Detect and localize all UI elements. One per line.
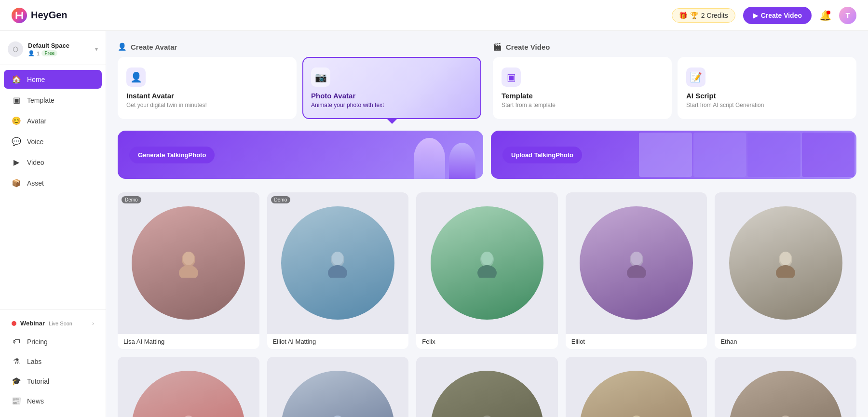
template-card[interactable]: ▣ Template Start from a template — [493, 57, 672, 119]
banner-row: Generate TalkingPhoto Upload TalkingPhot… — [118, 131, 856, 179]
avatar-img-harry — [416, 357, 558, 417]
avatar-card-harry[interactable]: Harry — [416, 357, 558, 417]
gift-icon: 🎁 — [679, 12, 687, 19]
sidebar-item-tutorial[interactable]: 🎓 Tutorial — [4, 372, 102, 390]
banner-figure-2 — [449, 143, 475, 179]
upload-talkingphoto-banner[interactable]: Upload TalkingPhoto — [491, 131, 856, 179]
aiscript-card[interactable]: 📝 AI Script Start from AI script Generat… — [678, 57, 856, 119]
avatar-face-lisa-matting — [132, 206, 245, 320]
webinar-left: Webinar Live Soon — [12, 320, 72, 327]
heygen-logo-icon — [12, 8, 27, 23]
avatar-card-lisa-matting[interactable]: Demo Lisa AI Matting — [118, 192, 259, 349]
avatar-card-lisa2[interactable]: Lisa — [566, 357, 707, 417]
workspace-users: 1 — [37, 51, 40, 56]
svg-point-3 — [183, 252, 194, 265]
template-card-icon: ▣ — [502, 67, 521, 87]
create-avatar-title-icon: 👤 — [118, 42, 127, 51]
svg-point-15 — [780, 252, 791, 265]
video-icon: ▶ — [12, 158, 21, 167]
avatar-face-ethan — [729, 206, 842, 320]
generate-talkingphoto-button[interactable]: Generate TalkingPhoto — [129, 147, 215, 163]
aiscript-card-title: AI Script — [686, 92, 848, 100]
upload-talkingphoto-button[interactable]: Upload TalkingPhoto — [502, 147, 582, 163]
avatar-img-shakespeare — [715, 357, 856, 417]
create-sections: 👤 Create Avatar 👤 Instant Avatar Get you… — [118, 42, 856, 119]
sidebar-item-pricing[interactable]: 🏷 Pricing — [4, 333, 102, 351]
avatar-name-ethan: Ethan — [715, 334, 856, 349]
instant-avatar-icon: 👤 — [126, 67, 146, 87]
sidebar-item-news[interactable]: 📰 News — [4, 391, 102, 410]
avatar-card-olivia[interactable]: Olivia — [118, 357, 259, 417]
generate-talkingphoto-banner[interactable]: Generate TalkingPhoto — [118, 131, 483, 179]
avatar-card-liam[interactable]: Liam — [267, 357, 409, 417]
create-video-title: 🎬 Create Video — [493, 42, 856, 51]
avatar-img-lisa2 — [566, 357, 707, 417]
photo-avatar-title: Photo Avatar — [311, 92, 473, 100]
sidebar-item-home[interactable]: 🏠 Home — [4, 70, 102, 89]
avatar-card-shakespeare[interactable]: Shakespeare — [715, 357, 856, 417]
create-video-title-text: Create Video — [506, 43, 550, 51]
avatar-img-elliot — [566, 192, 707, 334]
photo-tile-4 — [802, 133, 854, 177]
aiscript-card-icon: 📝 — [686, 67, 705, 87]
create-avatar-title-text: Create Avatar — [131, 43, 177, 51]
workspace-section[interactable]: ⬡ Default Space 👤 1 Free ▾ — [0, 37, 106, 65]
webinar-label: Webinar — [20, 320, 45, 327]
template-card-title: Template — [502, 92, 663, 100]
sidebar-item-tutorial-label: Tutorial — [27, 377, 49, 385]
sidebar-item-video[interactable]: ▶ Video — [4, 153, 102, 172]
notification-button[interactable]: 🔔 — [819, 10, 831, 21]
webinar-item[interactable]: Webinar Live Soon › — [4, 315, 102, 332]
template-card-subtitle: Start from a template — [502, 102, 663, 108]
banner-right-figures — [637, 131, 856, 179]
svg-point-9 — [481, 252, 493, 265]
photo-tile-1 — [639, 133, 692, 177]
workspace-name: Default Space — [28, 42, 90, 49]
avatar-card-felix[interactable]: Felix — [416, 192, 558, 349]
instant-avatar-title: Instant Avatar — [126, 92, 288, 100]
sidebar-item-asset[interactable]: 📦 Asset — [4, 174, 102, 192]
sidebar-item-voice[interactable]: 💬 Voice — [4, 132, 102, 151]
user-avatar[interactable]: T — [839, 7, 856, 24]
aiscript-card-subtitle: Start from AI script Generation — [686, 102, 848, 108]
avatar-name-lisa-matting: Lisa AI Matting — [118, 334, 259, 349]
avatar-card-elliot-matting[interactable]: Demo Elliot AI Matting — [267, 192, 409, 349]
workspace-icon: ⬡ — [8, 41, 23, 57]
template-icon: ▣ — [12, 95, 21, 105]
chevron-right-icon: › — [92, 320, 94, 327]
demo-badge-lisa: Demo — [122, 196, 141, 203]
live-indicator — [12, 321, 16, 326]
plan-badge: Free — [41, 50, 57, 56]
sidebar-item-template-label: Template — [27, 96, 54, 104]
banner-figure-1 — [414, 138, 445, 179]
pricing-icon: 🏷 — [12, 337, 21, 346]
avatar-card-ethan[interactable]: Ethan — [715, 192, 856, 349]
create-video-button[interactable]: ▶ Create Video — [743, 7, 812, 24]
avatar-face-felix — [431, 206, 544, 320]
instant-avatar-card[interactable]: 👤 Instant Avatar Get your digital twin i… — [118, 57, 297, 119]
photo-avatar-card[interactable]: 📷 Photo Avatar Animate your photo with t… — [302, 57, 481, 119]
sidebar-item-template[interactable]: ▣ Template — [4, 91, 102, 109]
svg-point-8 — [477, 265, 497, 278]
avatar-face-elliot-matting — [281, 206, 394, 320]
avatar-face-liam — [281, 371, 394, 417]
sidebar-bottom: Webinar Live Soon › 🏷 Pricing ⚗ Labs 🎓 T… — [0, 309, 106, 411]
trophy-icon: 🏆 — [690, 12, 698, 19]
news-icon: 📰 — [12, 396, 21, 405]
credits-button[interactable]: 🎁 🏆 2 Credits — [672, 8, 735, 23]
photo-tile-2 — [693, 133, 746, 177]
svg-point-14 — [776, 265, 795, 278]
create-video-title-icon: 🎬 — [493, 42, 502, 51]
main-content: 👤 Create Avatar 👤 Instant Avatar Get you… — [106, 31, 868, 417]
notification-dot — [827, 11, 830, 14]
sidebar-item-labs[interactable]: ⚗ Labs — [4, 352, 102, 371]
user-initial: T — [845, 11, 850, 19]
sidebar-item-avatar[interactable]: 😊 Avatar — [4, 111, 102, 130]
avatar-card-elliot[interactable]: Elliot — [566, 192, 707, 349]
users-icon: 👤 — [28, 50, 35, 56]
svg-point-2 — [179, 265, 198, 278]
svg-point-12 — [631, 252, 642, 265]
avatar-face-shakespeare — [729, 371, 842, 417]
labs-icon: ⚗ — [12, 357, 21, 366]
photo-avatar-subtitle: Animate your photo with text — [311, 102, 473, 108]
